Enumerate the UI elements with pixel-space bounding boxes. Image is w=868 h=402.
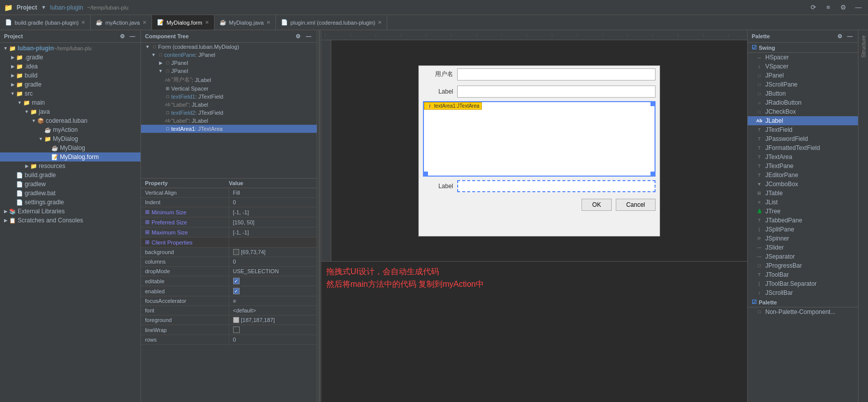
tree-button[interactable]: ≡ (823, 2, 834, 13)
linewrap-checkbox[interactable] (233, 327, 240, 333)
tree-item-java[interactable]: ▼ 📁 java (0, 107, 140, 116)
tree-item-main[interactable]: ▼ 📁 main (0, 98, 140, 107)
prop-value-rows[interactable]: 0 (229, 335, 317, 344)
enabled-checkbox[interactable]: ✓ (233, 288, 240, 294)
comp-contentpane[interactable]: ▼ □ contentPane : JPanel (141, 51, 317, 59)
tab-mydialog-java[interactable]: ☕ MyDialog.java ✕ (214, 15, 276, 30)
palette-item-hspacer[interactable]: ↔ HSpacer (748, 53, 858, 62)
palette-item-jbutton[interactable]: □ JButton (748, 89, 858, 98)
palette-item-jradiobutton[interactable]: ○ JRadioButton (748, 98, 858, 107)
tab-plugin-xml[interactable]: 📄 plugin.xml (coderead.luban-plugin) ✕ (276, 15, 388, 30)
comp-textfield1[interactable]: □ textField1 : JTextField (141, 93, 317, 101)
prop-value-vertical-align[interactable]: Fill (229, 188, 317, 197)
settings-button[interactable]: ⚙ (838, 2, 849, 13)
palette-item-jtoolbar[interactable]: T JToolBar (748, 270, 858, 279)
tree-item-mydialog-folder[interactable]: ▼ 📁 MyDialog (0, 134, 140, 143)
palette-item-jtextpane[interactable]: T JTextPane (748, 162, 858, 171)
prop-value-foreground[interactable]: [187,187,187] (229, 315, 317, 325)
comp-form[interactable]: ▼ □ Form (coderead.luban.MyDialog) (141, 43, 317, 51)
side-tab[interactable]: Structure (859, 33, 867, 60)
prop-value-columns[interactable]: 0 (229, 257, 317, 266)
tree-item-scratches[interactable]: ▶ 📋 Scratches and Consoles (0, 216, 140, 225)
prop-value-font[interactable]: <default> (229, 306, 317, 315)
comp-jpanel2[interactable]: ▼ □ JPanel (141, 67, 317, 75)
project-settings-button[interactable]: ⚙ (118, 32, 126, 40)
foreground-color-swatch[interactable] (233, 317, 239, 323)
background-color-swatch[interactable] (233, 249, 239, 255)
prop-value-enabled[interactable]: ✓ (229, 286, 317, 296)
minimize-button[interactable]: — (853, 2, 864, 13)
comp-label1[interactable]: Ab "Label" : JLabel (141, 101, 317, 109)
palette-item-jtextarea[interactable]: T JTextArea (748, 152, 858, 162)
cancel-button[interactable]: Cancel (616, 199, 656, 211)
palette-item-jtoolbar-sep[interactable]: | JToolBar.Separator (748, 279, 858, 288)
palette-item-jseparator[interactable]: — JSeparator (748, 252, 858, 261)
palette-item-jtabbedpane[interactable]: T JTabbedPane (748, 216, 858, 225)
handle-tr[interactable] (650, 102, 655, 106)
tree-item-mydialog-java[interactable]: ☕ MyDialog (0, 143, 140, 152)
comp-label-username[interactable]: Ab "用户名" : JLabel (141, 75, 317, 85)
form-field-1[interactable] (457, 86, 656, 98)
comp-textarea1[interactable]: □ textArea1 : JTextArea (141, 125, 317, 133)
palette-item-non-palette[interactable]: □ Non-Palette-Component... (748, 307, 858, 316)
tree-item-coderead[interactable]: ▼ 📦 coderead.luban (0, 116, 140, 125)
prop-value-preferred-size[interactable]: [150, 50] (229, 218, 317, 227)
palette-item-jformattedtextfield[interactable]: T JFormattedTextField (748, 143, 858, 152)
tree-item-src[interactable]: ▼ 📁 src (0, 89, 140, 98)
tree-item-gradlew-bat[interactable]: 📄 gradlew.bat (0, 189, 140, 198)
prop-value-min-size[interactable]: [-1, -1] (229, 208, 317, 217)
tab-myaction[interactable]: ☕ myAction.java ✕ (91, 15, 152, 30)
prop-value-max-size[interactable]: [-1, -1] (229, 228, 317, 237)
comp-jpanel1[interactable]: ▶ □ JPanel (141, 59, 317, 67)
palette-item-jcombobox[interactable]: ▼ JComboBox (748, 180, 858, 189)
tree-item-myaction[interactable]: ☕ myAction (0, 125, 140, 134)
tree-item-idea[interactable]: ▶ 📁 .idea (0, 62, 140, 71)
prop-value-focus-acc[interactable]: ≡ (229, 296, 317, 305)
form-field-username[interactable] (457, 68, 656, 81)
textarea-container[interactable]: ⚠️ textArea1:JTextArea (423, 101, 656, 177)
palette-item-jpasswordfield[interactable]: T JPasswordField (748, 134, 858, 143)
palette-item-jeditorpane[interactable]: T JEditorPane (748, 171, 858, 180)
comp-textfield2[interactable]: □ textField2 : JTextField (141, 109, 317, 117)
palette-item-jsplitpane[interactable]: | JSplitPane (748, 225, 858, 234)
tree-item-build-gradle[interactable]: 📄 build.gradle (0, 171, 140, 180)
tab-mydialog-form[interactable]: 📝 MyDialog.form ✕ (152, 15, 214, 30)
palette-settings-button[interactable]: ⚙ (836, 32, 844, 40)
palette-minimize-button[interactable]: — (846, 32, 854, 40)
palette-item-jtextfield[interactable]: T JTextField (748, 125, 858, 134)
tab-build-gradle[interactable]: 📄 build.gradle (luban-plugin) ✕ (0, 15, 91, 30)
palette-item-jslider[interactable]: — JSlider (748, 243, 858, 252)
palette-item-jcheckbox[interactable]: □ JCheckBox (748, 107, 858, 116)
sync-button[interactable]: ⟳ (808, 2, 819, 13)
tree-item-mydialog-form[interactable]: 📝 MyDialog.form (0, 152, 140, 162)
handle-bl[interactable] (424, 172, 428, 176)
tree-item-build[interactable]: ▶ 📁 build (0, 71, 140, 80)
tab-mydialog-java-close[interactable]: ✕ (266, 20, 270, 25)
prop-value-background[interactable]: [69,73,74] (229, 248, 317, 257)
form-field-2[interactable] (457, 180, 656, 192)
prop-value-indent[interactable]: 0 (229, 198, 317, 207)
project-collapse-button[interactable]: — (128, 32, 136, 40)
prop-value-linewrap[interactable] (229, 325, 317, 335)
prop-value-editable[interactable]: ✓ (229, 276, 317, 286)
palette-item-jscrollpane[interactable]: □ JScrollPane (748, 80, 858, 89)
tree-item-settings[interactable]: 📄 settings.gradle (0, 198, 140, 207)
tab-myaction-close[interactable]: ✕ (142, 20, 147, 25)
palette-item-jscrollbar[interactable]: ↕ JScrollBar (748, 288, 858, 297)
tab-plugin-xml-close[interactable]: ✕ (378, 20, 382, 25)
component-minimize-button[interactable]: — (305, 32, 313, 40)
palette-item-jpanel[interactable]: □ JPanel (748, 71, 858, 80)
tree-item-gradlew[interactable]: 📄 gradlew (0, 180, 140, 189)
tab-build-gradle-close[interactable]: ✕ (81, 20, 85, 25)
component-settings-button[interactable]: ⚙ (294, 32, 302, 40)
palette-item-jspinner[interactable]: ⟳ JSpinner (748, 234, 858, 243)
handle-br[interactable] (650, 172, 655, 176)
palette-item-jlist[interactable]: ≡ JList (748, 198, 858, 207)
tree-item-gradle[interactable]: ▶ 📁 gradle (0, 80, 140, 89)
palette-item-jprogressbar[interactable]: □ JProgressBar (748, 261, 858, 270)
prop-value-dropmode[interactable]: USE_SELECTION (229, 267, 317, 276)
tree-item-resources[interactable]: ▶ 📁 resources (0, 162, 140, 171)
tab-mydialog-form-close[interactable]: ✕ (205, 20, 209, 25)
palette-item-jtable[interactable]: ⊞ JTable (748, 189, 858, 198)
palette-item-vspacer[interactable]: ↕ VSpacer (748, 62, 858, 71)
